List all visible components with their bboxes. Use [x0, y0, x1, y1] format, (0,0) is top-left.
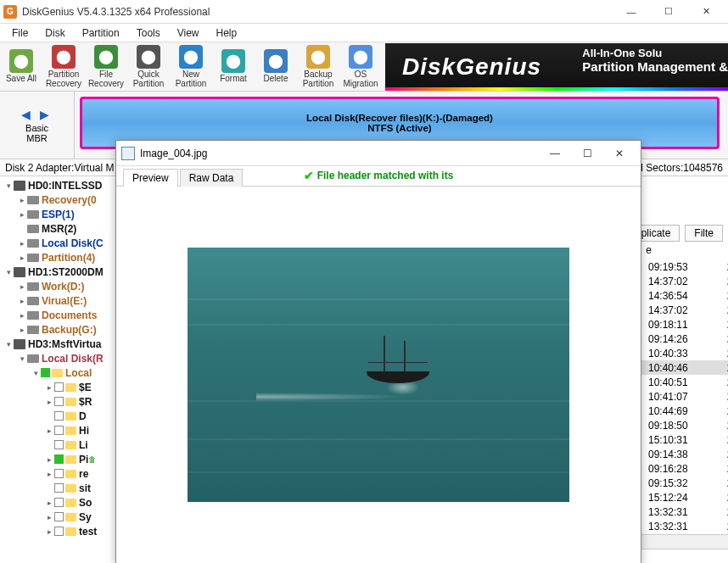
tab-rawdata[interactable]: Raw Data — [180, 169, 244, 187]
tree-checkbox[interactable] — [41, 368, 50, 377]
tree-checkbox[interactable] — [54, 426, 64, 435]
tab-preview[interactable]: Preview — [123, 169, 178, 187]
file-time: 13:32:31 — [648, 521, 688, 532]
save-all-icon: ⬤ — [9, 49, 33, 73]
folder-icon — [52, 369, 63, 377]
tree-twist-icon[interactable]: ▾ — [17, 354, 27, 363]
tree-checkbox[interactable] — [54, 483, 64, 493]
menu-view[interactable]: View — [169, 25, 208, 41]
tree-twist-icon[interactable]: ▾ — [3, 181, 14, 190]
disk-icon — [27, 282, 39, 291]
tree-twist-icon[interactable]: ▸ — [17, 239, 27, 248]
file-time: 10:41:07 — [648, 391, 688, 403]
nav-arrows[interactable]: ◀ ▶ — [21, 108, 53, 121]
tree-label: Li — [79, 439, 88, 451]
preview-header-msg: ✔ File header matched with its — [304, 169, 454, 182]
tool-label: Delete — [264, 75, 288, 84]
menu-file[interactable]: File — [3, 25, 36, 41]
folder-icon — [65, 398, 76, 406]
tool-quick-part[interactable]: ⬤Quick Partition — [127, 43, 170, 91]
tree-label: Local Disk(C — [42, 237, 104, 249]
tree-checkbox[interactable] — [54, 440, 64, 449]
tool-label: Partition Recovery — [42, 70, 85, 88]
tool-label: Backup Partition — [297, 70, 339, 88]
tool-label: Format — [220, 75, 247, 84]
tree-checkbox[interactable] — [54, 454, 64, 464]
tree-twist-icon[interactable]: ▸ — [44, 513, 54, 521]
maximize-button[interactable]: ☐ — [650, 0, 687, 24]
tool-new-part[interactable]: ⬤New Partition — [170, 43, 212, 91]
tree-twist-icon[interactable]: ▸ — [44, 426, 54, 435]
tool-format[interactable]: ⬤Format — [212, 43, 255, 91]
tool-label: File Recovery — [85, 70, 127, 88]
tree-twist-icon[interactable]: ▸ — [17, 282, 27, 291]
tool-os-migration[interactable]: ⬤OS Migration — [339, 43, 382, 91]
tree-twist-icon[interactable]: ▾ — [3, 340, 14, 348]
tree-label: Local — [65, 367, 92, 379]
tool-label: OS Migration — [339, 70, 382, 88]
tree-checkbox[interactable] — [54, 512, 64, 521]
filter-button[interactable]: Filte — [685, 225, 723, 242]
file-time: 09:14:26 — [648, 333, 688, 345]
disk-icon — [27, 297, 39, 305]
file-time: 14:37:02 — [648, 304, 688, 316]
tree-checkbox[interactable] — [54, 382, 64, 392]
tree-twist-icon[interactable]: ▸ — [17, 196, 27, 204]
tree-label: Pi — [79, 454, 88, 465]
disk-icon — [27, 239, 39, 248]
tree-twist-icon[interactable]: ▸ — [17, 254, 27, 262]
tree-twist-icon[interactable]: ▸ — [17, 210, 27, 219]
tree-checkbox[interactable] — [54, 527, 64, 536]
file-time: 10:40:51 — [648, 376, 688, 388]
tree-twist-icon[interactable]: ▾ — [3, 268, 14, 276]
tool-delete[interactable]: ⬤Delete — [255, 43, 297, 91]
preview-minimize-button[interactable]: ― — [539, 142, 571, 165]
tool-part-recovery[interactable]: ⬤Partition Recovery — [42, 43, 85, 91]
tree-twist-icon[interactable]: ▸ — [44, 398, 54, 406]
window-title: DiskGenius V5.4.3.1325 x64 Professional — [22, 6, 613, 18]
tree-checkbox[interactable] — [54, 469, 64, 478]
tree-twist-icon[interactable]: ▸ — [17, 311, 27, 320]
preview-close-button[interactable]: ✕ — [603, 142, 636, 165]
preview-maximize-button[interactable]: ☐ — [571, 142, 603, 165]
file-time: 14:37:02 — [648, 276, 688, 287]
tree-checkbox[interactable] — [54, 498, 64, 507]
menu-help[interactable]: Help — [208, 25, 246, 41]
tool-backup[interactable]: ⬤Backup Partition — [297, 43, 339, 91]
tree-twist-icon[interactable]: ▸ — [44, 383, 54, 392]
tree-label: Hi — [79, 425, 89, 437]
tree-twist-icon[interactable]: ▸ — [17, 326, 27, 334]
menu-tools[interactable]: Tools — [128, 25, 169, 41]
folder-icon — [65, 499, 76, 507]
tree-label: MSR(2) — [42, 223, 76, 235]
tool-file-recovery[interactable]: ⬤File Recovery — [85, 43, 127, 91]
tree-twist-icon[interactable]: ▸ — [17, 297, 27, 305]
tree-twist-icon[interactable]: ▸ — [44, 499, 54, 507]
menubar: FileDiskPartitionToolsViewHelp — [0, 24, 728, 42]
tool-save-all[interactable]: ⬤Save All — [0, 43, 42, 91]
file-time: 15:10:31 — [648, 434, 688, 446]
tree-checkbox[interactable] — [54, 411, 64, 421]
rainbow-divider — [385, 87, 728, 91]
file-time: 14:36:54 — [648, 290, 688, 302]
file-time: 09:18:50 — [648, 420, 688, 432]
preview-window: Image_004.jpg ― ☐ ✕ Preview Raw Data ✔ F… — [115, 140, 641, 563]
tree-label: $R — [79, 396, 92, 408]
tree-label: HD1:ST2000DM — [28, 266, 104, 278]
tree-twist-icon[interactable]: ▸ — [44, 455, 54, 464]
folder-icon — [65, 455, 76, 464]
tree-twist-icon[interactable]: ▸ — [44, 470, 54, 478]
tree-label: Documents — [42, 309, 97, 321]
minimize-button[interactable]: ― — [613, 0, 650, 24]
folder-icon — [65, 441, 76, 449]
column-letter: e — [646, 244, 652, 256]
tree-twist-icon[interactable]: ▸ — [44, 527, 54, 536]
tool-label: New Partition — [170, 70, 212, 88]
menu-disk[interactable]: Disk — [36, 25, 73, 41]
menu-partition[interactable]: Partition — [74, 25, 128, 41]
tree-twist-icon[interactable]: ▾ — [31, 369, 41, 377]
close-button[interactable]: ✕ — [687, 0, 725, 24]
tree-checkbox[interactable] — [54, 397, 64, 406]
check-icon: ✔ — [304, 169, 314, 182]
folder-icon — [65, 426, 76, 435]
